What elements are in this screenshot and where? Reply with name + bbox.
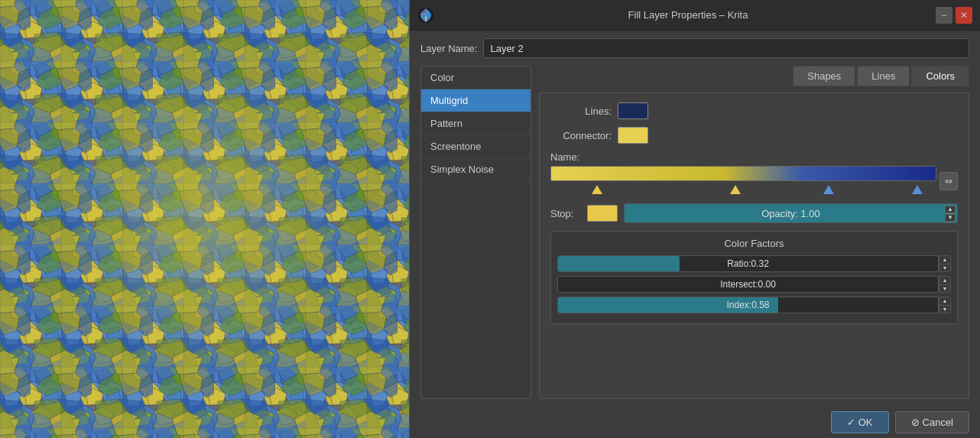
minimize-button[interactable]: − [936, 7, 952, 24]
connector-label: Connector: [550, 130, 612, 141]
intersect-down[interactable]: ▼ [939, 285, 950, 293]
titlebar-controls: − ✕ [936, 7, 972, 24]
gradient-bar-wrapper [550, 166, 936, 196]
intersect-spinner[interactable]: ▲ ▼ [939, 276, 951, 293]
factor-row-intersect: Intersect:0.00 ▲ ▼ [557, 276, 951, 293]
tab-content-colors: Lines: Connector: Name: [539, 92, 969, 399]
cancel-icon: ⊘ [911, 417, 920, 428]
cancel-button[interactable]: ⊘ Cancel [895, 411, 969, 433]
factor-row-ratio: Ratio:0.32 ▲ ▼ [557, 255, 951, 272]
gradient-stop-0[interactable] [592, 185, 602, 194]
ok-button[interactable]: ✓ OK [831, 411, 889, 433]
canvas-area [0, 0, 409, 438]
tab-colors[interactable]: Colors [911, 66, 969, 86]
close-button[interactable]: ✕ [956, 7, 972, 24]
krita-logo-icon [417, 7, 434, 24]
connector-color-swatch[interactable] [618, 127, 648, 144]
right-panel: Shapes Lines Colors Lines: Connector: [539, 66, 969, 399]
intersect-label: Intersect:0.00 [720, 279, 776, 290]
window-title: Fill Layer Properties – Krita [440, 9, 936, 21]
index-up[interactable]: ▲ [939, 297, 950, 306]
ratio-spinner[interactable]: ▲ ▼ [939, 255, 951, 272]
cancel-label: Cancel [923, 417, 953, 428]
gradient-name-label: Name: [550, 151, 579, 163]
sidebar-item-simplex-noise[interactable]: Simplex Noise [421, 158, 531, 181]
sidebar-item-pattern[interactable]: Pattern [421, 112, 531, 135]
ratio-label: Ratio:0.32 [727, 258, 769, 269]
opacity-increment[interactable]: ▲ [945, 206, 956, 213]
gradient-stop-2[interactable] [823, 185, 834, 194]
opacity-container: Opacity: 1.00 ▲ ▼ [624, 203, 958, 223]
gradient-edit-button[interactable]: ⇔ [939, 172, 958, 190]
layer-name-row: Layer Name: [420, 38, 969, 58]
lines-color-swatch[interactable] [618, 102, 648, 119]
svg-rect-28 [0, 0, 409, 438]
layer-name-label: Layer Name: [420, 43, 477, 54]
ok-label: OK [858, 417, 873, 428]
fill-type-sidebar: Color Multigrid Pattern Screentone Simpl… [420, 66, 531, 399]
index-down[interactable]: ▼ [939, 306, 950, 313]
sidebar-item-screentone[interactable]: Screentone [421, 135, 531, 158]
ratio-down[interactable]: ▼ [939, 264, 950, 272]
dialog-panel: Fill Layer Properties – Krita − ✕ Layer … [409, 0, 980, 438]
sidebar-item-color[interactable]: Color [421, 67, 531, 89]
sidebar-item-multigrid[interactable]: Multigrid [421, 89, 531, 112]
opacity-spinner: ▲ ▼ [945, 206, 956, 222]
tab-shapes[interactable]: Shapes [793, 66, 855, 86]
ok-icon: ✓ [847, 417, 855, 428]
factor-row-index: Index:0.58 ▲ ▼ [557, 297, 951, 313]
opacity-decrement[interactable]: ▼ [945, 214, 956, 222]
stop-row: Stop: Opacity: 1.00 ▲ ▼ [550, 203, 958, 223]
lines-color-row: Lines: [550, 102, 958, 119]
index-label: Index:0.58 [726, 300, 769, 310]
color-factors-section: Color Factors Ratio:0.32 ▲ ▼ [550, 231, 958, 324]
connector-color-row: Connector: [550, 127, 958, 144]
gradient-stop-3[interactable] [912, 185, 923, 194]
tabs-bar: Shapes Lines Colors [539, 66, 969, 86]
gradient-stop-1[interactable] [730, 185, 741, 194]
intersect-up[interactable]: ▲ [939, 277, 950, 285]
tab-lines[interactable]: Lines [857, 66, 910, 86]
gradient-section: Name: [550, 151, 958, 196]
titlebar: Fill Layer Properties – Krita − ✕ [410, 0, 980, 31]
gradient-stops [550, 185, 936, 196]
index-bar[interactable]: Index:0.58 [557, 297, 939, 313]
lines-label: Lines: [550, 105, 612, 117]
index-spinner[interactable]: ▲ ▼ [939, 297, 951, 313]
gradient-bar[interactable] [550, 166, 936, 181]
intersect-bar[interactable]: Intersect:0.00 [557, 276, 939, 293]
stop-label: Stop: [550, 208, 581, 219]
opacity-label: Opacity: 1.00 [761, 208, 820, 219]
stop-color-swatch[interactable] [587, 205, 618, 222]
ratio-bar[interactable]: Ratio:0.32 [557, 255, 939, 272]
ratio-up[interactable]: ▲ [939, 256, 950, 264]
footer: ✓ OK ⊘ Cancel [410, 407, 980, 438]
color-factors-title: Color Factors [557, 238, 951, 249]
layer-name-input[interactable] [483, 38, 969, 58]
